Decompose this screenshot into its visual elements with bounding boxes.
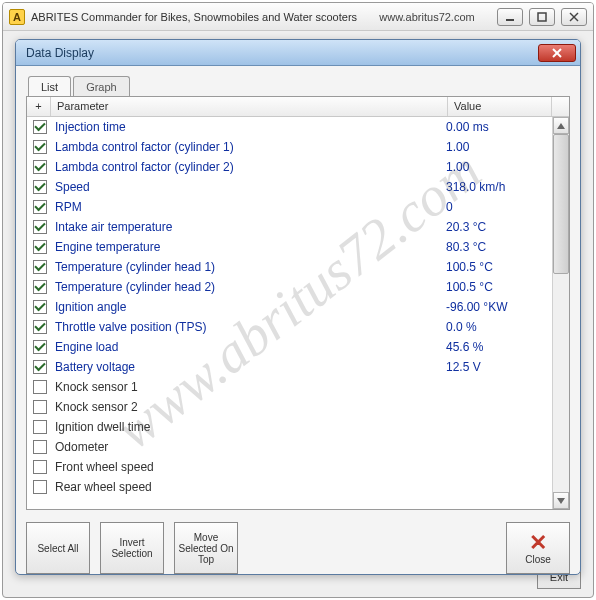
parameter-value: 0.00 ms <box>446 120 546 134</box>
button-bar: Select All Invert Selection Move Selecte… <box>26 522 570 574</box>
close-icon <box>569 12 579 22</box>
parameter-name: Rear wheel speed <box>55 480 446 494</box>
data-display-dialog: Data Display List Graph + Parameter Valu… <box>15 39 581 575</box>
table-row[interactable]: Temperature (cylinder head 1)100.5 °C <box>27 257 552 277</box>
row-checkbox[interactable] <box>33 240 47 254</box>
minimize-button[interactable] <box>497 8 523 26</box>
table-row[interactable]: Lambda control factor (cylinder 1)1.00 <box>27 137 552 157</box>
close-label: Close <box>525 554 551 565</box>
row-checkbox[interactable] <box>33 360 47 374</box>
close-window-button[interactable] <box>561 8 587 26</box>
row-checkbox[interactable] <box>33 420 47 434</box>
row-checkbox[interactable] <box>33 140 47 154</box>
table-row[interactable]: Intake air temperature20.3 °C <box>27 217 552 237</box>
parameter-name: RPM <box>55 200 446 214</box>
parameter-name: Engine load <box>55 340 446 354</box>
column-header-checkbox[interactable]: + <box>27 97 51 116</box>
row-checkbox[interactable] <box>33 200 47 214</box>
scroll-thumb[interactable] <box>553 134 569 274</box>
maximize-button[interactable] <box>529 8 555 26</box>
window-buttons <box>497 8 587 26</box>
parameter-name: Knock sensor 2 <box>55 400 446 414</box>
move-selected-on-top-button[interactable]: Move Selected On Top <box>174 522 238 574</box>
table-row[interactable]: RPM0 <box>27 197 552 217</box>
row-checkbox[interactable] <box>33 300 47 314</box>
scroll-down-button[interactable] <box>553 492 569 509</box>
svg-marker-6 <box>557 123 565 129</box>
scrollbar[interactable] <box>552 117 569 509</box>
column-header-parameter[interactable]: Parameter <box>51 97 448 116</box>
parameter-value: 100.5 °C <box>446 280 546 294</box>
main-window-title: ABRITES Commander for Bikes, Snowmobiles… <box>31 11 357 23</box>
parameter-value: 80.3 °C <box>446 240 546 254</box>
dialog-body: List Graph + Parameter Value Injection t… <box>16 66 580 574</box>
row-checkbox[interactable] <box>33 180 47 194</box>
parameter-name: Ignition angle <box>55 300 446 314</box>
row-checkbox[interactable] <box>33 160 47 174</box>
row-checkbox[interactable] <box>33 260 47 274</box>
tab-list[interactable]: List <box>28 76 71 97</box>
close-x-icon: ✕ <box>529 532 547 554</box>
parameter-value: 100.5 °C <box>446 260 546 274</box>
row-checkbox[interactable] <box>33 320 47 334</box>
table-row[interactable]: Lambda control factor (cylinder 2)1.00 <box>27 157 552 177</box>
parameter-name: Intake air temperature <box>55 220 446 234</box>
table-row[interactable]: Knock sensor 2 <box>27 397 552 417</box>
table-row[interactable]: Knock sensor 1 <box>27 377 552 397</box>
table-row[interactable]: Injection time0.00 ms <box>27 117 552 137</box>
table-row[interactable]: Battery voltage12.5 V <box>27 357 552 377</box>
svg-marker-7 <box>557 498 565 504</box>
column-header-scroll <box>552 97 569 116</box>
parameter-value: 20.3 °C <box>446 220 546 234</box>
app-icon: A <box>9 9 25 25</box>
maximize-icon <box>537 12 547 22</box>
row-checkbox[interactable] <box>33 440 47 454</box>
row-checkbox[interactable] <box>33 280 47 294</box>
row-checkbox[interactable] <box>33 220 47 234</box>
tab-graph[interactable]: Graph <box>73 76 130 97</box>
invert-selection-button[interactable]: Invert Selection <box>100 522 164 574</box>
table-row[interactable]: Front wheel speed <box>27 457 552 477</box>
parameter-value: 0.0 % <box>446 320 546 334</box>
row-checkbox[interactable] <box>33 400 47 414</box>
list-header: + Parameter Value <box>27 97 569 117</box>
row-checkbox[interactable] <box>33 460 47 474</box>
scroll-up-button[interactable] <box>553 117 569 134</box>
table-row[interactable]: Temperature (cylinder head 2)100.5 °C <box>27 277 552 297</box>
parameter-name: Lambda control factor (cylinder 2) <box>55 160 446 174</box>
scroll-track[interactable] <box>553 134 569 492</box>
main-titlebar: A ABRITES Commander for Bikes, Snowmobil… <box>3 3 593 31</box>
table-row[interactable]: Rear wheel speed <box>27 477 552 497</box>
parameter-name: Engine temperature <box>55 240 446 254</box>
parameter-name: Temperature (cylinder head 2) <box>55 280 446 294</box>
parameter-value: 318.0 km/h <box>446 180 546 194</box>
main-window: A ABRITES Commander for Bikes, Snowmobil… <box>2 2 594 598</box>
parameter-list: + Parameter Value Injection time0.00 msL… <box>26 96 570 510</box>
row-checkbox[interactable] <box>33 380 47 394</box>
select-all-button[interactable]: Select All <box>26 522 90 574</box>
dialog-title: Data Display <box>26 46 538 60</box>
table-row[interactable]: Throttle valve position (TPS)0.0 % <box>27 317 552 337</box>
table-row[interactable]: Engine load45.6 % <box>27 337 552 357</box>
parameter-name: Throttle valve position (TPS) <box>55 320 446 334</box>
column-header-value[interactable]: Value <box>448 97 552 116</box>
table-row[interactable]: Engine temperature80.3 °C <box>27 237 552 257</box>
parameter-name: Knock sensor 1 <box>55 380 446 394</box>
parameter-value: 1.00 <box>446 140 546 154</box>
table-row[interactable]: Ignition angle-96.00 °KW <box>27 297 552 317</box>
row-checkbox[interactable] <box>33 340 47 354</box>
parameter-value: 45.6 % <box>446 340 546 354</box>
row-checkbox[interactable] <box>33 480 47 494</box>
table-row[interactable]: Speed318.0 km/h <box>27 177 552 197</box>
button-spacer <box>248 522 496 574</box>
parameter-name: Temperature (cylinder head 1) <box>55 260 446 274</box>
row-checkbox[interactable] <box>33 120 47 134</box>
minimize-icon <box>505 12 515 22</box>
table-row[interactable]: Odometer <box>27 437 552 457</box>
chevron-up-icon <box>557 123 565 129</box>
dialog-close-button[interactable] <box>538 44 576 62</box>
table-row[interactable]: Ignition dwell time <box>27 417 552 437</box>
close-button[interactable]: ✕ Close <box>506 522 570 574</box>
parameter-value: 0 <box>446 200 546 214</box>
parameter-name: Speed <box>55 180 446 194</box>
